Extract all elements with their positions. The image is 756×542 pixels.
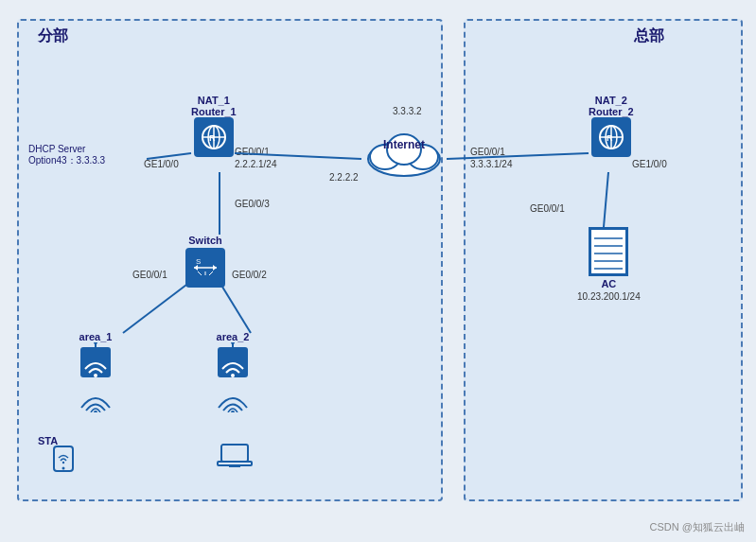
ac-ip-label: 10.23.200.1/24 [577, 291, 641, 302]
ap2-node: area_2 [213, 331, 253, 412]
r1-ge100-label: GE1/0/0 [144, 159, 179, 169]
router2-label-top: NAT_2 [595, 95, 627, 106]
svg-rect-41 [221, 445, 248, 462]
ac-icon [589, 227, 628, 276]
svg-point-29 [94, 374, 97, 377]
ap2-label: area_2 [217, 331, 250, 342]
r1-ge003-label: GE0/0/3 [235, 199, 270, 209]
switch-icon: S [185, 248, 225, 288]
r1-ip-label: 2.2.2.1/24 [235, 159, 276, 169]
router1-node: NAT_1 Router_1 R [191, 95, 237, 157]
svg-point-39 [231, 342, 235, 344]
branch-section [17, 19, 443, 501]
svg-point-34 [62, 467, 65, 470]
ac-label: AC [601, 278, 616, 289]
r2-ge100-label: GE1/0/0 [632, 159, 667, 169]
dhcp-info: DHCP Server Option43：3.3.3.3 [28, 144, 105, 167]
svg-point-31 [94, 342, 97, 344]
router2-icon: R [591, 117, 631, 157]
svg-point-37 [231, 374, 235, 377]
branch-label: 分部 [38, 26, 68, 46]
svg-rect-43 [229, 465, 240, 467]
sw-ge002-label: GE0/0/2 [232, 270, 267, 280]
r2-ge001b-label: GE0/0/1 [530, 203, 565, 214]
svg-point-32 [94, 411, 97, 412]
r2-ge001-label: GE0/0/1 [470, 147, 505, 157]
laptop-icon [216, 443, 254, 471]
hq-label: 总部 [634, 26, 664, 46]
internet-ip: 3.3.3.2 [393, 106, 422, 116]
router2-node: NAT_2 Router_2 R [589, 95, 634, 157]
internet-cloud: Internet [361, 121, 447, 187]
svg-text:R: R [607, 133, 613, 143]
footer-text: CSDN @知狐云出岫 [650, 520, 745, 534]
diagram-container: 分部 总部 DHCP Server Option43：3.3.3.3 NAT_1… [0, 0, 756, 542]
svg-text:S: S [196, 257, 201, 266]
r2-ip-label: 3.3.3.1/24 [470, 159, 512, 169]
sta-phone-icon [52, 445, 75, 473]
router1-icon: R [194, 117, 234, 157]
router1-label-bottom: Router_1 [191, 106, 237, 117]
ap1-node: area_1 [76, 331, 115, 412]
svg-point-35 [62, 462, 64, 463]
r1-ge001-label: GE0/0/1 [235, 147, 270, 157]
switch-label: Switch [188, 235, 221, 246]
svg-point-40 [231, 411, 235, 412]
switch-node: Switch S [185, 235, 225, 288]
sw-ge001-label: GE0/0/1 [132, 270, 167, 280]
router1-label-top: NAT_1 [198, 95, 230, 106]
inet-ip-left: 2.2.2.2 [329, 172, 359, 183]
router2-label-bottom: Router_2 [589, 106, 634, 117]
svg-rect-42 [218, 462, 252, 465]
svg-text:R: R [209, 133, 216, 143]
internet-label: Internet [383, 138, 425, 151]
svg-rect-22 [590, 229, 626, 274]
ap1-label: area_1 [79, 331, 113, 342]
ap2-icon [213, 342, 253, 382]
ac-node: AC 10.23.200.1/24 [577, 227, 641, 302]
ap1-icon [76, 342, 115, 382]
